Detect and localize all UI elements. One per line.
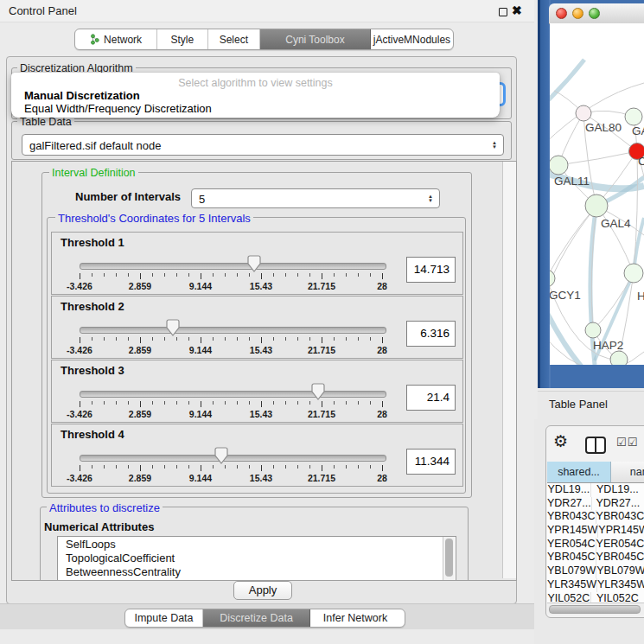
settings-scroll-panel: Interval Definition Number of Intervals …: [11, 161, 517, 581]
network-node-h[interactable]: [624, 264, 643, 283]
threshold-label: Threshold 3: [61, 364, 124, 377]
network-edge[interactable]: [550, 304, 610, 365]
network-node-label: H: [637, 290, 644, 303]
threshold-value-field[interactable]: 14.713: [406, 257, 456, 283]
slider-major-tick: [80, 273, 80, 279]
table-hscrollbar-thumb[interactable]: [549, 605, 641, 614]
threshold-value-field[interactable]: 21.4: [406, 385, 456, 411]
bottom-tabbar: Impute DataDiscretize DataInfer Network: [124, 609, 405, 628]
table-row[interactable]: YDL19...YDL19...: [547, 483, 644, 497]
network-node-gal80[interactable]: [576, 105, 591, 121]
tab-select[interactable]: Select: [208, 29, 260, 49]
slider-major-tick: [382, 465, 383, 471]
table-data-combobox[interactable]: galFiltered.sif default node ▲▼: [22, 134, 504, 156]
slider-thumb[interactable]: [247, 255, 261, 276]
algorithm-option-equal-width[interactable]: Equal Width/Frequency Discretization: [11, 102, 500, 115]
tab-style[interactable]: Style: [157, 29, 207, 49]
control-panel-titlebar: [0, 0, 534, 22]
apply-button[interactable]: Apply: [233, 581, 292, 600]
slider-major-tick: [261, 465, 262, 471]
slider-tick-label: 2.859: [118, 409, 162, 419]
slider-major-tick: [140, 273, 141, 279]
table-row[interactable]: YDR27...YDR27...: [547, 497, 644, 511]
network-node-label: GAL11: [554, 175, 590, 188]
number-of-intervals-label: Number of Intervals: [75, 190, 181, 203]
slider-thumb[interactable]: [214, 447, 228, 468]
slider-major-tick: [382, 273, 383, 279]
control-panel-tabbar: NetworkStyleSelectCyni ToolboxjActiveMNo…: [74, 29, 454, 50]
network-window-titlebar: [549, 3, 644, 24]
network-node-gal11[interactable]: [550, 156, 568, 175]
float-window-icon[interactable]: [499, 8, 507, 16]
slider-major-tick: [201, 401, 201, 407]
slider-tick-label: 2.859: [118, 281, 162, 291]
threshold-value-field[interactable]: 11.344: [406, 449, 456, 475]
slider-major-tick: [261, 337, 262, 343]
slider-major-tick: [140, 465, 141, 471]
table-row[interactable]: YBR045CYBR045C: [547, 551, 644, 564]
table-panel-title: Table Panel: [549, 398, 608, 411]
number-of-intervals-value: 5: [199, 192, 205, 205]
slider-thumb[interactable]: [311, 383, 325, 404]
table-row[interactable]: YPR145WYPR145W: [547, 524, 644, 538]
attribute-item[interactable]: SelfLoops: [58, 539, 456, 551]
network-node-label: GAL80: [585, 121, 622, 134]
zoom-traffic-light[interactable]: [589, 8, 600, 19]
checkboxes-icon[interactable]: ☑☑: [616, 436, 638, 449]
network-canvas[interactable]: GAL80GALCGAL11GAL4GCY1HHAP2: [550, 23, 644, 365]
table-hscrollbar[interactable]: [547, 603, 644, 615]
gear-icon[interactable]: ⚙: [553, 431, 568, 451]
main-scrollbar-track[interactable]: [502, 162, 516, 578]
slider-tick-label: 2.859: [118, 345, 162, 355]
table-row[interactable]: YBL079WYBL079W: [547, 564, 644, 578]
tab-cyni-toolbox[interactable]: Cyni Toolbox: [260, 29, 371, 49]
numerical-attributes-label: Numerical Attributes: [44, 520, 154, 533]
slider-track[interactable]: [80, 455, 386, 462]
split-columns-icon[interactable]: [585, 437, 606, 454]
slider-tick-label: -3.426: [58, 345, 101, 355]
table-row[interactable]: YIL052CYIL052C: [547, 592, 644, 603]
attributes-list-scrollbar[interactable]: [443, 537, 455, 581]
number-of-intervals-combobox[interactable]: 5 ▲▼: [191, 188, 440, 208]
slider-ticks: [80, 401, 383, 405]
slider-tick-label: 21.715: [300, 345, 343, 355]
control-panel-title: Control Panel: [9, 4, 77, 17]
network-graph: GAL80GALCGAL11GAL4GCY1HHAP2: [550, 23, 644, 365]
slider-tick-label: -3.426: [58, 281, 101, 291]
slider-track[interactable]: [80, 391, 386, 398]
table-row[interactable]: YER054CYER054C: [547, 538, 644, 552]
slider-thumb[interactable]: [166, 319, 180, 340]
slider-major-tick: [382, 337, 383, 343]
network-edge[interactable]: [558, 151, 637, 165]
network-node-hap2[interactable]: [585, 322, 601, 338]
table-header-name[interactable]: name: [611, 462, 644, 483]
slider-tick-label: -3.426: [58, 473, 101, 483]
slider-major-tick: [261, 401, 262, 407]
close-traffic-light[interactable]: [556, 8, 567, 19]
table-row[interactable]: YBR043CYBR043C: [547, 510, 644, 524]
slider-track[interactable]: [80, 327, 386, 334]
table-row[interactable]: YLR345WYLR345W: [547, 578, 644, 592]
tab-discretize-data[interactable]: Discretize Data: [203, 609, 310, 627]
tab-jactivemnodules[interactable]: jActiveMNodules: [371, 29, 453, 49]
algorithm-dropdown-placeholder: Select algorithm to view settings: [11, 73, 500, 89]
slider-tick-label: 9.144: [179, 473, 222, 483]
slider-major-tick: [322, 273, 322, 279]
minimize-traffic-light[interactable]: [572, 8, 583, 19]
network-node-gal[interactable]: [625, 108, 642, 125]
threshold-value-field[interactable]: 6.316: [406, 321, 456, 347]
slider-track[interactable]: [80, 263, 386, 270]
close-icon[interactable]: ✖: [512, 3, 522, 17]
network-node-gal4[interactable]: [585, 194, 608, 217]
algorithm-option-manual[interactable]: Manual Discretization: [11, 89, 500, 102]
slider-tick-label: 21.715: [300, 409, 343, 419]
numerical-attributes-list[interactable]: SelfLoopsTopologicalCoefficientBetweenne…: [57, 536, 456, 581]
slider-major-tick: [201, 465, 201, 471]
tab-infer-network[interactable]: Infer Network: [310, 609, 400, 627]
attribute-item[interactable]: TopologicalCoefficient: [58, 552, 456, 564]
table-header-shared-name[interactable]: shared...: [547, 462, 611, 483]
tab-network[interactable]: Network: [75, 29, 157, 49]
tab-impute-data[interactable]: Impute Data: [125, 609, 203, 627]
attribute-item[interactable]: BetweennessCentrality: [58, 566, 456, 578]
network-node[interactable]: [610, 351, 628, 365]
